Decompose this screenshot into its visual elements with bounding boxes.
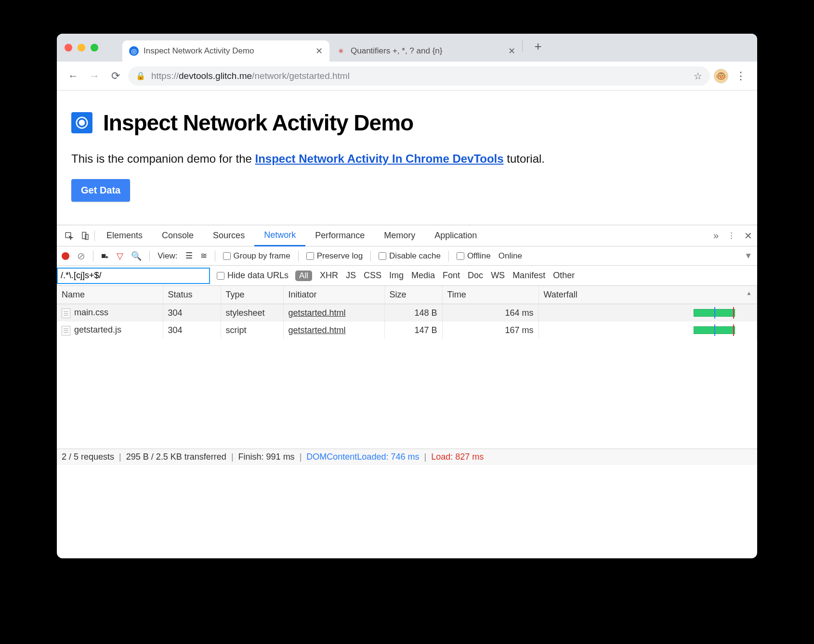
filter-type-xhr[interactable]: XHR	[320, 270, 338, 281]
search-icon[interactable]: 🔍	[131, 251, 142, 261]
devtools-tab-application[interactable]: Application	[425, 225, 486, 246]
filter-type-doc[interactable]: Doc	[468, 270, 483, 281]
devtools-tab-console[interactable]: Console	[152, 225, 203, 246]
cell-size: 147 B	[384, 322, 442, 339]
devtools-panel: ElementsConsoleSourcesNetworkPerformance…	[57, 225, 757, 465]
network-filter-bar: Hide data URLs AllXHRJSCSSImgMediaFontDo…	[57, 266, 757, 286]
address-bar[interactable]: 🔒 https://devtools.glitch.me/network/get…	[128, 66, 710, 86]
column-type[interactable]: Type	[221, 286, 283, 304]
filter-type-img[interactable]: Img	[389, 270, 404, 281]
table-row[interactable]: main.css304stylesheetgetstarted.html148 …	[57, 304, 757, 322]
devtools-statusbar: 2 / 5 requests | 295 B / 2.5 KB transfer…	[57, 449, 757, 465]
divider	[149, 251, 150, 261]
overflow-chevron-icon[interactable]: »	[713, 230, 719, 241]
lock-icon: 🔒	[136, 71, 145, 80]
dropdown-icon[interactable]: ▼	[744, 251, 752, 261]
get-data-button[interactable]: Get Data	[71, 179, 130, 202]
view-label: View:	[158, 251, 177, 261]
window-controls	[65, 34, 98, 62]
clear-icon[interactable]: ⊘	[77, 250, 85, 262]
svg-point-1	[79, 120, 84, 125]
devtools-tab-memory[interactable]: Memory	[374, 225, 425, 246]
checkbox-label: Hide data URLs	[227, 270, 289, 281]
screenshot-icon[interactable]: ■▸	[101, 251, 109, 261]
cell-time: 167 ms	[442, 322, 538, 339]
tab-title: Inspect Network Activity Demo	[144, 46, 254, 56]
cell-status: 304	[163, 304, 221, 322]
desc-text: tutorial.	[504, 152, 545, 165]
close-tab-icon[interactable]: ✕	[508, 46, 515, 56]
tab-favicon: ◎	[129, 46, 139, 56]
tab-inactive[interactable]: ✳ Quantifiers +, *, ? and {n} ✕	[329, 40, 522, 62]
initiator-link[interactable]: getstarted.html	[289, 308, 346, 318]
waterfall-toggle-icon[interactable]: ≋	[200, 251, 207, 261]
page-description: This is the companion demo for the Inspe…	[71, 152, 743, 166]
group-by-frame-checkbox[interactable]: Group by frame	[223, 251, 290, 261]
menu-button[interactable]: ⋮	[732, 67, 749, 85]
initiator-link[interactable]: getstarted.html	[289, 325, 346, 335]
minimize-window-button[interactable]	[78, 44, 85, 52]
star-icon[interactable]: ☆	[694, 70, 702, 82]
page-favicon-large	[71, 112, 92, 133]
cell-type: stylesheet	[221, 304, 283, 322]
devtools-close-icon[interactable]: ✕	[744, 230, 752, 242]
devtools-overflow: » ⋮ ✕	[713, 230, 752, 242]
tab-active[interactable]: ◎ Inspect Network Activity Demo ✕	[122, 40, 329, 62]
new-tab-button[interactable]: +	[529, 39, 547, 54]
divider	[215, 251, 215, 261]
cell-name: main.css	[74, 308, 108, 317]
table-row[interactable]: getstarted.js304scriptgetstarted.html147…	[57, 322, 757, 339]
tab-title: Quantifiers +, *, ? and {n}	[351, 46, 442, 56]
devtools-tab-performance[interactable]: Performance	[305, 225, 374, 246]
device-toggle-icon[interactable]	[78, 232, 92, 240]
large-rows-icon[interactable]: ☰	[185, 251, 193, 261]
filter-type-ws[interactable]: WS	[491, 270, 505, 281]
filter-type-all[interactable]: All	[295, 270, 312, 281]
profile-avatar[interactable]: 🐵	[714, 69, 728, 83]
close-window-button[interactable]	[65, 44, 72, 52]
column-name[interactable]: Name	[57, 286, 163, 304]
tab-strip: ◎ Inspect Network Activity Demo ✕ ✳ Quan…	[57, 34, 757, 62]
status-load: Load: 827 ms	[431, 452, 484, 462]
waterfall-cell	[544, 307, 752, 319]
reload-button[interactable]: ⟳	[107, 67, 124, 85]
column-waterfall[interactable]: Waterfall	[538, 286, 757, 304]
network-table-body: main.css304stylesheetgetstarted.html148 …	[57, 304, 757, 449]
devtools-tab-elements[interactable]: Elements	[97, 225, 152, 246]
tab-favicon: ✳	[336, 46, 346, 56]
maximize-window-button[interactable]	[91, 44, 98, 52]
filter-type-js[interactable]: JS	[346, 270, 356, 281]
tutorial-link[interactable]: Inspect Network Activity In Chrome DevTo…	[255, 152, 504, 165]
close-tab-icon[interactable]: ✕	[315, 46, 323, 56]
filter-type-other[interactable]: Other	[553, 270, 575, 281]
offline-checkbox[interactable]: Offline	[457, 251, 491, 261]
throttling-select[interactable]: Online	[499, 251, 522, 261]
browser-window: ◎ Inspect Network Activity Demo ✕ ✳ Quan…	[57, 34, 757, 558]
filter-input[interactable]	[57, 268, 210, 284]
filter-icon[interactable]: ▽	[117, 251, 123, 261]
filter-type-css[interactable]: CSS	[364, 270, 381, 281]
back-button[interactable]: ←	[65, 67, 82, 85]
filter-type-manifest[interactable]: Manifest	[512, 270, 545, 281]
desc-text: This is the companion demo for the	[71, 152, 255, 165]
preserve-log-checkbox[interactable]: Preserve log	[306, 251, 363, 261]
hide-data-urls-checkbox[interactable]: Hide data URLs	[217, 270, 289, 281]
devtools-menu-icon[interactable]: ⋮	[727, 231, 735, 241]
column-size[interactable]: Size	[384, 286, 442, 304]
disable-cache-checkbox[interactable]: Disable cache	[379, 251, 441, 261]
inspect-element-icon[interactable]	[62, 232, 76, 240]
devtools-tab-sources[interactable]: Sources	[203, 225, 254, 246]
filter-type-font[interactable]: Font	[443, 270, 460, 281]
record-button[interactable]	[62, 252, 69, 260]
url: https://devtools.glitch.me/network/getst…	[151, 71, 350, 81]
devtools-tab-network[interactable]: Network	[254, 225, 305, 246]
column-time[interactable]: Time	[442, 286, 538, 304]
filter-type-media[interactable]: Media	[411, 270, 435, 281]
forward-button[interactable]: →	[86, 67, 103, 85]
column-status[interactable]: Status	[163, 286, 221, 304]
file-icon	[62, 326, 70, 335]
cell-status: 304	[163, 322, 221, 339]
divider	[370, 251, 371, 261]
column-initiator[interactable]: Initiator	[283, 286, 384, 304]
status-transferred: 295 B / 2.5 KB transferred	[126, 452, 226, 462]
